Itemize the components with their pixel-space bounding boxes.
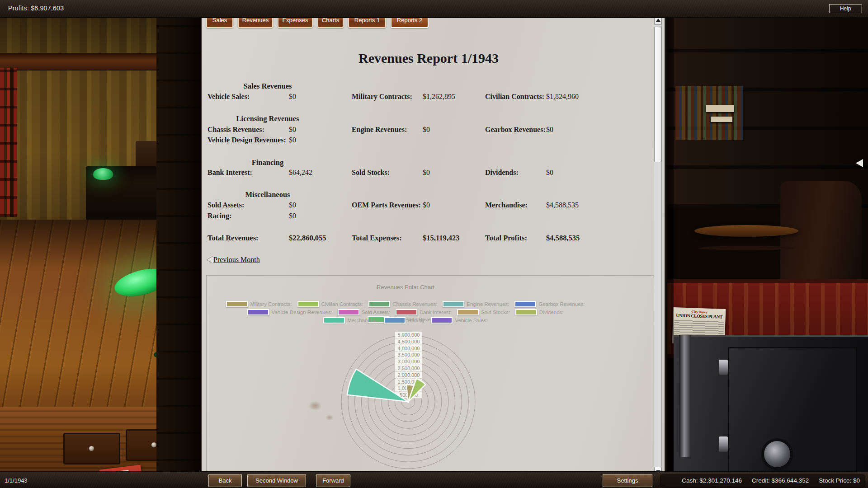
svg-text:2,500,000: 2,500,000: [398, 366, 420, 371]
row-label: Total Profits:: [485, 234, 527, 243]
settings-button[interactable]: Settings: [603, 474, 652, 487]
cash-label: Cash:: [682, 477, 698, 484]
top-status-bar: Profits: $6,907,603 Help: [0, 0, 868, 18]
row-value: $0: [289, 136, 296, 144]
svg-text:3,000,000: 3,000,000: [398, 359, 420, 364]
legend-item: Military Contracts:: [226, 301, 292, 307]
legend-label: Dividends:: [539, 310, 564, 315]
room-left-wall: [0, 0, 201, 488]
legend-swatch: [457, 309, 479, 315]
table-lamp: [93, 168, 113, 180]
legend-swatch: [396, 309, 417, 315]
reports-window: Reports SalesRevenuesExpensesChartsRepor…: [201, 0, 665, 473]
svg-text:4,500,000: 4,500,000: [398, 339, 420, 344]
row-value: $1,262,895: [423, 93, 455, 101]
desk-drawer: [63, 433, 120, 465]
legend-label: Military Contracts:: [250, 301, 292, 307]
previous-month-label: Previous Month: [213, 256, 260, 263]
row-label: Vehicle Design Revenues:: [208, 136, 286, 144]
row-value: $0: [289, 93, 296, 101]
row-label: Total Revenues:: [208, 234, 259, 243]
row-label: Total Expenses:: [352, 234, 402, 243]
legend-item: Chassis Revenues:: [368, 301, 437, 307]
profits-readout: Profits: $6,907,603: [8, 5, 64, 12]
legend-label: Sold Assets:: [362, 310, 390, 315]
row-label: Engine Revenues:: [352, 126, 407, 134]
legend-label: Vehicle Sales:: [455, 318, 487, 323]
legend-label: Gearbox Revenues:: [538, 301, 585, 307]
legend-swatch: [247, 309, 269, 315]
report-row: Chassis Revenues:$0Engine Revenues:$0Gea…: [202, 126, 665, 136]
profits-label: Profits:: [8, 5, 29, 12]
legend-swatch: [384, 317, 406, 324]
row-label: OEM Parts Revenues:: [352, 201, 421, 209]
profits-value: $6,907,603: [31, 5, 64, 12]
forward-button[interactable]: Forward: [316, 474, 350, 487]
row-value: $0: [423, 169, 430, 177]
book-spines: [675, 86, 743, 140]
help-button[interactable]: Help: [829, 4, 862, 13]
safe-hinge-column: [679, 335, 691, 457]
row-label: Gearbox Revenues:: [485, 126, 546, 134]
row-value: $0: [423, 201, 430, 209]
row-value: $22,860,055: [289, 234, 326, 243]
dark-cabinet: [156, 0, 201, 488]
back-button[interactable]: Back: [208, 474, 242, 487]
legend-label: Chassis Revenues:: [392, 301, 437, 307]
legend-item: Bank Interest:: [396, 309, 452, 315]
legend-swatch: [226, 301, 248, 307]
drawer-knob: [151, 442, 156, 447]
cash-value: $2,301,270,146: [699, 477, 742, 484]
svg-text:5,000,000: 5,000,000: [398, 332, 420, 338]
row-label: Sold Assets:: [208, 201, 244, 209]
svg-text:3,500,000: 3,500,000: [398, 352, 420, 357]
previous-month-arrow-icon: [207, 256, 213, 263]
legend-swatch: [515, 309, 537, 315]
safe-hinge: [719, 436, 728, 452]
row-value: $15,119,423: [423, 234, 460, 243]
row-label: Military Contracts:: [352, 93, 412, 101]
safe-door: [728, 347, 857, 485]
report-row: Sold Assets:$0OEM Parts Revenues:$0Merch…: [202, 201, 665, 211]
paper-stack: [706, 105, 734, 112]
safe-dial: [764, 441, 790, 467]
paper-stack: [711, 117, 732, 122]
scrollbar-track[interactable]: [654, 14, 662, 478]
polar-chart: 5,000,0004,500,0004,000,0003,500,0003,00…: [336, 326, 490, 471]
row-value: $64,242: [289, 169, 312, 177]
row-value: $4,588,535: [546, 201, 579, 209]
second-window-button[interactable]: Second Window: [247, 474, 306, 487]
row-label: Sold Stocks:: [352, 169, 390, 177]
chart-legend-row: Merchandise:Racing:Vehicle Sales:: [207, 317, 604, 324]
page-title: Revenues Report 1/1943: [202, 51, 656, 66]
row-value: $0: [546, 169, 553, 177]
row-label: Chassis Revenues:: [208, 126, 264, 134]
newspaper-headline: UNION CLOSES PLANT: [675, 313, 724, 319]
legend-swatch: [514, 301, 536, 307]
row-value: $0: [546, 126, 553, 134]
legend-swatch: [431, 317, 453, 324]
row-label: Bank Interest:: [208, 169, 252, 177]
previous-month-link[interactable]: Previous Month: [207, 256, 260, 264]
scrollbar-thumb[interactable]: [654, 27, 661, 162]
svg-text:4,000,000: 4,000,000: [398, 346, 420, 351]
section-heading: Sales Revenues: [208, 82, 328, 91]
stock-readout: Stock Price: $0: [819, 477, 860, 484]
radio: [136, 141, 156, 169]
report-paper: SalesRevenuesExpensesChartsReports 1Repo…: [202, 7, 665, 473]
legend-item: Vehicle Design Revenues:: [247, 309, 332, 315]
legend-item: Racing:: [384, 317, 425, 324]
newspaper-body-lines: [674, 319, 724, 336]
room-right-wall: City News UNION CLOSES PLANT: [667, 0, 868, 488]
svg-text:2,000,000: 2,000,000: [398, 372, 420, 378]
row-value: $1,824,960: [546, 93, 579, 101]
legend-item: Sold Stocks:: [457, 309, 510, 315]
report-row: Vehicle Design Revenues:$0: [202, 136, 665, 146]
legend-label: Bank Interest:: [420, 310, 452, 315]
legend-item: Merchandise:: [323, 317, 378, 324]
legend-swatch: [338, 309, 359, 315]
legend-item: Civilian Contracts:: [297, 301, 363, 307]
legend-label: Civilian Contracts:: [321, 301, 363, 307]
side-panel-arrow-icon[interactable]: [856, 159, 863, 167]
finance-readout: Cash: $2,301,270,146 Credit: $366,644,35…: [660, 474, 865, 488]
